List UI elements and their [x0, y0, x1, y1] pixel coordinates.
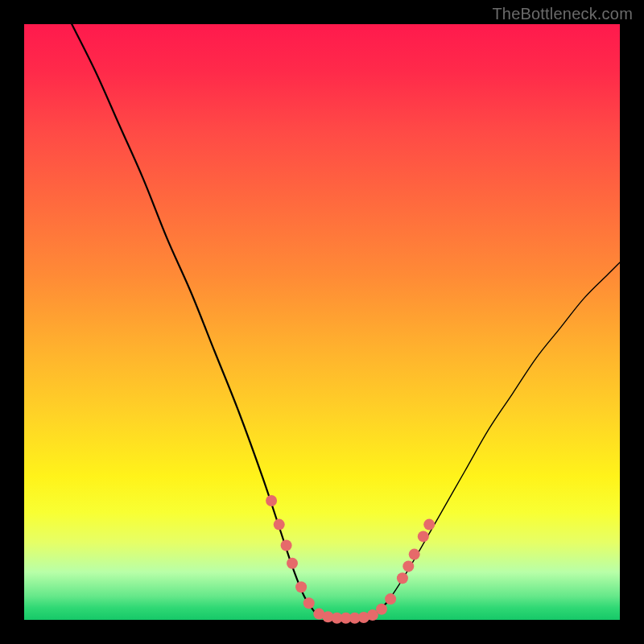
plot-area — [24, 24, 620, 620]
marker-dots — [266, 495, 435, 624]
marker-dot — [287, 558, 298, 569]
chart-svg — [24, 24, 620, 620]
marker-dot — [409, 549, 420, 560]
marker-dot — [376, 604, 387, 615]
outer-frame: TheBottleneck.com — [0, 0, 644, 644]
marker-dot — [418, 530, 429, 542]
marker-dot — [303, 597, 315, 609]
marker-dot — [385, 593, 396, 605]
watermark-text: TheBottleneck.com — [492, 5, 633, 23]
marker-dot — [423, 519, 435, 530]
marker-dot — [274, 519, 285, 530]
marker-dot — [266, 495, 277, 506]
marker-dot — [295, 581, 307, 592]
curve-right-branch — [387, 262, 620, 602]
marker-dot — [397, 572, 408, 584]
marker-dot — [402, 560, 414, 572]
marker-dot — [281, 540, 292, 551]
